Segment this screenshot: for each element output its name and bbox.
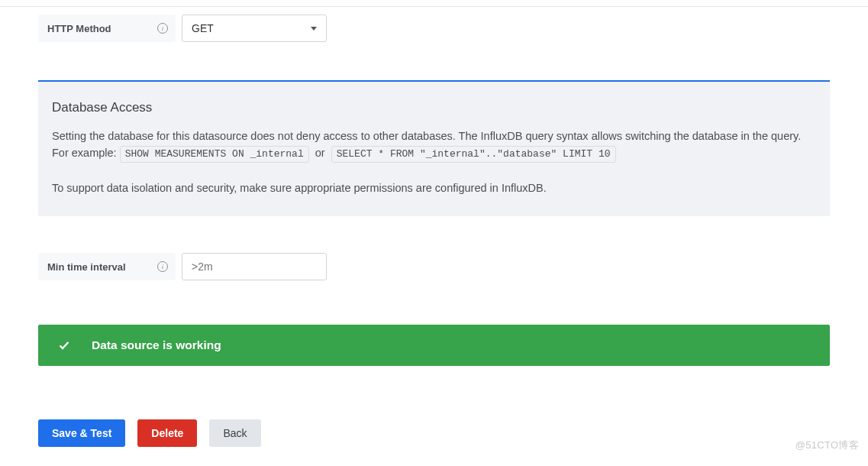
chevron-down-icon <box>311 27 317 31</box>
panel-paragraph-1: Setting the database for this datasource… <box>52 128 816 163</box>
alert-text: Data source is working <box>92 338 221 352</box>
or-text: or <box>315 147 325 159</box>
save-test-button[interactable]: Save & Test <box>38 419 125 447</box>
min-interval-input[interactable] <box>182 253 327 280</box>
label-text: HTTP Method <box>47 23 111 34</box>
status-alert: Data source is working <box>38 325 830 366</box>
http-method-row: HTTP Method i GET <box>38 15 830 42</box>
info-icon[interactable]: i <box>157 261 168 272</box>
http-method-select[interactable]: GET <box>182 15 327 42</box>
settings-form: HTTP Method i GET Database Access Settin… <box>0 7 868 462</box>
delete-button[interactable]: Delete <box>137 419 197 447</box>
info-icon[interactable]: i <box>157 23 168 34</box>
http-method-label: HTTP Method i <box>38 15 176 42</box>
panel-title: Database Access <box>52 100 816 115</box>
code-sample-2: SELECT * FROM "_internal".."database" LI… <box>331 146 616 163</box>
database-access-panel: Database Access Setting the database for… <box>38 80 830 216</box>
panel-paragraph-2: To support data isolation and security, … <box>52 180 816 196</box>
code-sample-1: SHOW MEASUREMENTS ON _internal <box>120 146 309 163</box>
action-buttons: Save & Test Delete Back <box>38 419 830 447</box>
back-button[interactable]: Back <box>209 419 260 447</box>
check-icon <box>58 339 70 351</box>
http-method-value: GET <box>192 22 214 34</box>
min-interval-row: Min time interval i <box>38 253 830 280</box>
min-interval-label: Min time interval i <box>38 253 176 280</box>
label-text: Min time interval <box>47 261 126 273</box>
